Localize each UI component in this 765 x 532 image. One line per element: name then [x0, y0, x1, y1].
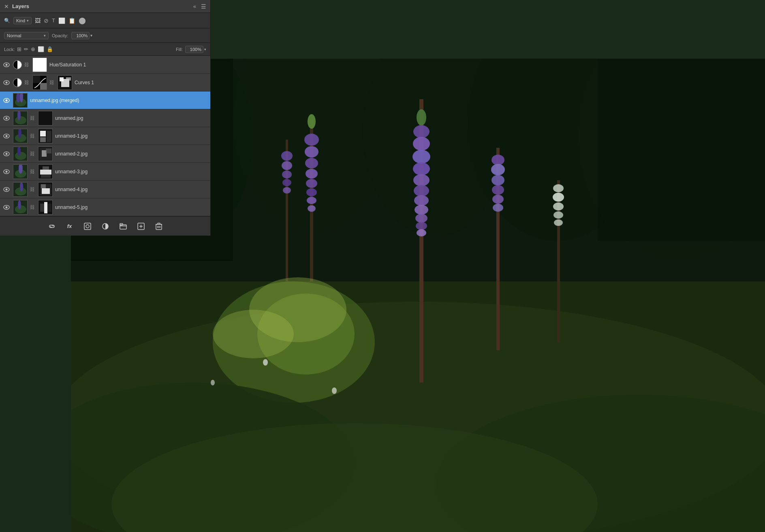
svg-point-50 [553, 184, 564, 192]
link-layers-button[interactable] [46, 221, 58, 232]
collapse-icon[interactable]: « [193, 3, 196, 9]
visibility-toggle-curves-1[interactable] [2, 79, 11, 87]
layer-name-unnamed-1: unnamed-1.jpg [55, 133, 208, 139]
svg-rect-72 [60, 77, 64, 81]
chain-icon-curves-1-mask: ⛓ [49, 80, 55, 85]
thumb-unnamed [13, 111, 28, 126]
close-panel-button[interactable]: ✕ [4, 3, 9, 10]
layers-list[interactable]: ⛓ Hue/Saturation 1 ⛓ [0, 56, 210, 216]
svg-point-57 [111, 423, 598, 532]
svg-rect-68 [33, 76, 40, 83]
filter-pixel-icon[interactable]: ⬤ [79, 17, 86, 24]
add-layer-style-button[interactable]: fx [64, 221, 75, 232]
layer-unnamed-5[interactable]: ⛓ unnamed-5.jpg [0, 198, 210, 216]
panel-menu-button[interactable]: ☰ [201, 3, 206, 10]
layer-curves-1[interactable]: ⛓ ⛓ Curves 1 [0, 74, 210, 92]
svg-rect-110 [40, 170, 51, 174]
kind-dropdown[interactable]: Kind ▾ [13, 17, 32, 24]
svg-rect-128 [44, 202, 47, 213]
opacity-input[interactable]: 100% [71, 32, 90, 39]
layers-panel: ✕ Layers « ☰ 🔍 Kind ▾ 🖼 ⊘ T ⬜ 📋 ⬤ Normal… [0, 0, 211, 236]
svg-point-40 [416, 222, 427, 230]
layer-unnamed[interactable]: ⛓ unnamed.jpg [0, 109, 210, 127]
adjustment-icon-hue-sat-1 [13, 60, 22, 69]
svg-point-39 [415, 214, 427, 223]
layer-unnamed-3[interactable]: ⛓ unnamed-3.jpg [0, 163, 210, 181]
lock-all-icon[interactable]: 🔒 [47, 46, 53, 52]
lock-fill-row: Lock: ⊞ ✏ ⊕ ⬜ 🔒 Fill: 100% ▾ [0, 43, 210, 56]
visibility-toggle-unnamed-1[interactable] [2, 132, 11, 140]
svg-rect-94 [40, 137, 46, 142]
fill-input[interactable]: 100% [185, 46, 203, 53]
visibility-toggle-unnamed-3[interactable] [2, 168, 11, 176]
mask-unnamed-3 [38, 164, 53, 179]
svg-rect-42 [496, 148, 500, 350]
chain-icon-unnamed-2: ⛓ [30, 151, 36, 157]
svg-point-45 [491, 175, 504, 185]
svg-point-44 [491, 164, 505, 175]
mask-unnamed-4 [38, 182, 53, 197]
chain-icon-unnamed-3: ⛓ [30, 169, 36, 174]
add-mask-button[interactable] [82, 221, 93, 232]
lock-artboard-icon[interactable]: ⬜ [38, 46, 44, 52]
thumb-unnamed-5 [13, 200, 28, 215]
svg-point-43 [491, 155, 504, 165]
svg-point-2 [233, 59, 395, 233]
layer-name-unnamed-3: unnamed-3.jpg [55, 169, 208, 174]
svg-point-55 [71, 383, 355, 532]
svg-point-47 [492, 195, 504, 204]
mask-unnamed [38, 111, 53, 126]
filter-type-icon[interactable]: T [52, 17, 55, 23]
layer-unnamed-4[interactable]: ⛓ unnamed-4.jpg [0, 181, 210, 198]
svg-point-132 [86, 225, 89, 228]
create-new-layer-button[interactable] [135, 221, 147, 232]
svg-point-35 [413, 174, 430, 186]
svg-point-19 [306, 188, 317, 196]
svg-rect-129 [40, 204, 44, 212]
svg-rect-121 [41, 184, 46, 188]
svg-point-61 [211, 380, 215, 385]
svg-point-3 [363, 59, 509, 237]
blend-mode-dropdown[interactable]: Normal ▾ [4, 32, 49, 39]
svg-point-18 [306, 179, 317, 188]
layer-unnamed-2[interactable]: ⛓ unnamed-2.jpg [0, 145, 210, 163]
visibility-toggle-unnamed-4[interactable] [2, 185, 11, 194]
layer-hue-sat-1[interactable]: ⛓ Hue/Saturation 1 [0, 56, 210, 74]
svg-rect-29 [419, 99, 423, 383]
svg-point-25 [282, 161, 292, 170]
opacity-label: Opacity: [52, 33, 68, 38]
svg-point-96 [6, 153, 8, 155]
lock-paint-icon[interactable]: ✏ [24, 46, 28, 52]
add-adjustment-button[interactable] [100, 221, 111, 232]
fill-dropdown-arrow[interactable]: ▾ [204, 47, 206, 51]
layer-name-unnamed-4: unnamed-4.jpg [55, 187, 208, 192]
svg-point-16 [305, 158, 318, 168]
filter-image-icon[interactable]: 🖼 [35, 17, 41, 24]
filter-smart-icon[interactable]: 📋 [68, 17, 75, 24]
svg-point-81 [6, 117, 8, 119]
filter-adjustment-icon[interactable]: ⊘ [44, 17, 49, 24]
visibility-toggle-hue-sat-1[interactable] [2, 61, 11, 69]
kind-label: Kind [16, 18, 25, 23]
lock-move-icon[interactable]: ⊕ [31, 46, 35, 52]
layer-name-unnamed-merged: unnamed.jpg (merged) [30, 98, 208, 103]
visibility-toggle-unnamed-2[interactable] [2, 150, 11, 158]
layer-unnamed-1[interactable]: ⛓ unnamed-1.jpg [0, 127, 210, 145]
svg-point-17 [306, 169, 318, 179]
svg-point-4 [468, 59, 646, 241]
layer-unnamed-merged[interactable]: unnamed.jpg (merged) [0, 92, 210, 109]
fill-label: Fill: [176, 47, 183, 52]
svg-point-48 [493, 204, 503, 212]
opacity-dropdown-arrow[interactable]: ▾ [90, 33, 92, 38]
lock-pixels-icon[interactable]: ⊞ [17, 46, 21, 52]
panel-titlebar: ✕ Layers « ☰ [0, 0, 210, 13]
create-group-button[interactable] [118, 221, 129, 232]
filter-shape-icon[interactable]: ⬜ [58, 17, 65, 24]
delete-layer-button[interactable] [153, 221, 165, 232]
visibility-toggle-unnamed-5[interactable] [2, 203, 11, 211]
svg-point-20 [307, 197, 316, 204]
visibility-toggle-unnamed[interactable] [2, 114, 11, 122]
svg-rect-9 [71, 281, 765, 532]
thumb-unnamed-merged [13, 93, 28, 108]
visibility-toggle-unnamed-merged[interactable] [2, 96, 11, 104]
